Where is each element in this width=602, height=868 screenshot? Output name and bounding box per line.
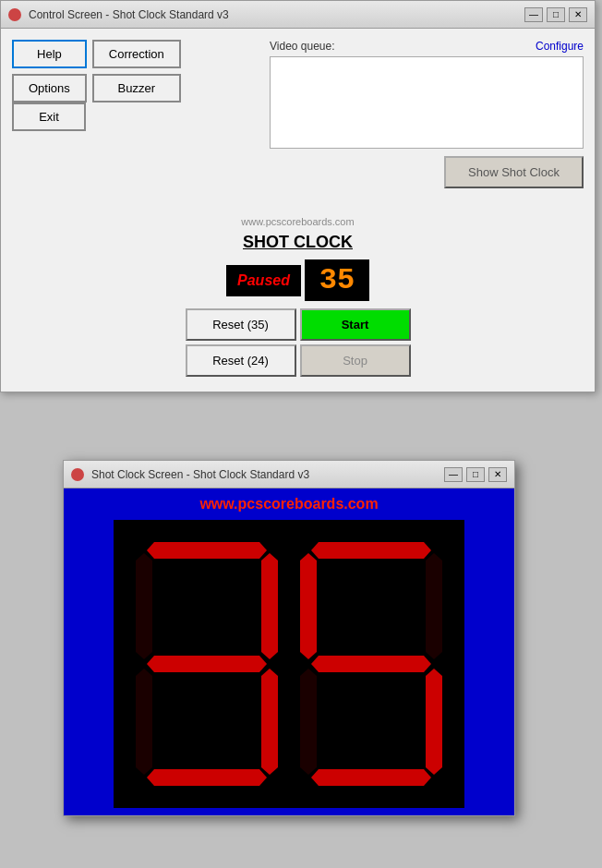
second-window-body: www.pcscoreboards.com [64,488,514,815]
maximize-button[interactable]: □ [547,7,565,22]
main-title-bar: Control Screen - Shot Clock Standard v3 … [1,1,595,29]
minimize-button[interactable]: — [524,7,543,22]
video-section: Video queue: Configure [270,40,584,149]
clock-number: 35 [305,259,369,301]
shot-clock-top-buttons: Reset (35) Start [12,308,584,341]
seg-bl-5 [300,669,317,775]
exit-button[interactable]: Exit [12,102,86,131]
shot-clock-section: SHOT CLOCK Paused 35 Reset (35) Start Re… [12,233,584,377]
shot-clock-bottom-buttons: Reset (24) Stop [12,344,584,377]
seg-tr-5 [426,553,442,659]
reset-35-button[interactable]: Reset (35) [186,308,296,341]
second-title-controls: — □ ✕ [444,467,507,482]
main-window-title: Control Screen - Shot Clock Standard v3 [29,8,517,21]
video-queue-box [270,56,584,149]
configure-link[interactable]: Configure [536,40,584,53]
help-button[interactable]: Help [12,40,87,68]
button-grid: Help Correction Options Buzzer [12,40,181,102]
close-button[interactable]: ✕ [569,7,587,22]
window-icon [8,8,21,21]
digit-display [114,520,464,808]
shot-clock-screen-window: Shot Clock Screen - Shot Clock Standard … [63,460,515,816]
seg-bl-3 [136,669,152,775]
show-shot-clock-button[interactable]: Show Shot Clock [444,156,584,188]
title-bar-controls: — □ ✕ [524,7,587,22]
digit-3 [128,535,285,793]
second-window-icon [71,468,84,481]
second-website-text: www.pcscoreboards.com [71,496,507,512]
second-minimize-button[interactable]: — [444,467,463,482]
video-label-row: Video queue: Configure [270,40,584,53]
seg-tr-3 [261,553,278,659]
buzzer-button[interactable]: Buzzer [92,74,181,102]
second-title-bar: Shot Clock Screen - Shot Clock Standard … [64,461,514,488]
seg-tl-3 [136,553,152,659]
paused-label: Paused [226,265,301,296]
seg-top-5 [311,542,431,559]
website-text: www.pcscoreboards.com [12,216,584,227]
start-button[interactable]: Start [300,308,411,341]
seg-mid-5 [311,656,431,672]
digit-5 [293,535,450,793]
main-window: Control Screen - Shot Clock Standard v3 … [0,0,596,392]
stop-button[interactable]: Stop [300,344,411,377]
second-maximize-button[interactable]: □ [466,467,485,482]
shot-clock-display: Paused 35 [12,259,584,301]
reset-24-button[interactable]: Reset (24) [186,344,296,377]
seg-tl-5 [300,553,317,659]
seg-br-3 [261,669,278,775]
seg-bot-5 [311,769,431,786]
correction-button[interactable]: Correction [92,40,181,68]
options-button[interactable]: Options [12,74,87,102]
seg-bot-3 [147,769,267,786]
seg-mid-3 [147,656,267,672]
seg-br-5 [426,669,442,775]
second-window-title: Shot Clock Screen - Shot Clock Standard … [91,468,437,481]
seg-top-3 [147,542,267,559]
video-queue-label: Video queue: [270,40,335,53]
second-close-button[interactable]: ✕ [488,467,507,482]
window-body: Help Correction Options Buzzer Video que… [1,29,595,392]
show-shot-clock-row: Show Shot Clock [12,149,584,188]
shot-clock-title: SHOT CLOCK [12,233,584,252]
